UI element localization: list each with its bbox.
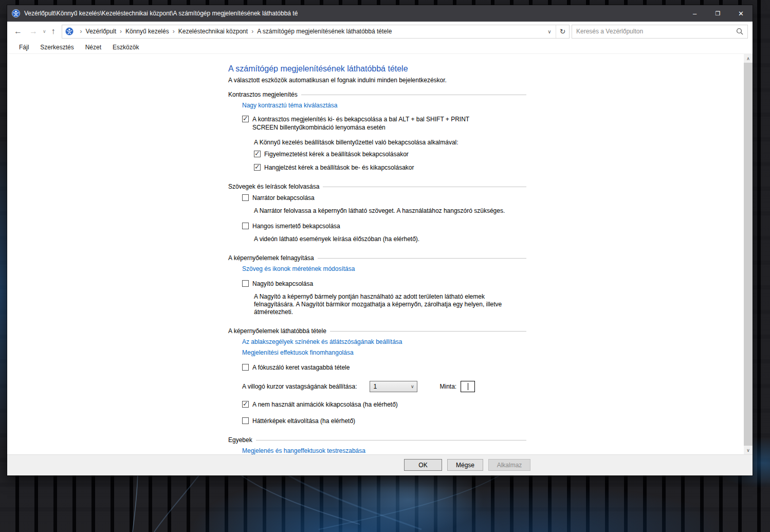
section-divider [318, 258, 526, 259]
breadcrumb-current-page[interactable]: A számítógép megjelenítésének láthatóbbá… [257, 28, 392, 35]
up-icon[interactable]: ↑ [48, 27, 59, 36]
checkbox-row-toggle-high-contrast[interactable]: A kontrasztos megjelenítés ki- és bekapc… [242, 115, 526, 132]
checkbox-label: Nagyító bekapcsolása [252, 280, 313, 288]
checkbox-narrator[interactable] [242, 194, 249, 201]
section-title: Szövegek és leírások felolvasása [228, 183, 319, 190]
minimize-button[interactable]: – [683, 5, 706, 22]
address-bar-controls: ∨ ↻ [543, 25, 569, 38]
section-visibility: A képernyőelemek láthatóbbá tétele Az ab… [228, 327, 526, 425]
forward-icon[interactable]: → [26, 27, 41, 36]
maximize-icon: ❐ [716, 10, 721, 17]
page-subtitle: A választott eszközök automatikusan el f… [228, 77, 526, 84]
link-personalize-appearance-sound[interactable]: Megjelenés és hangeffektusok testreszabá… [242, 447, 526, 454]
cursor-sample-caret [468, 383, 468, 390]
checkbox-row-magnifier[interactable]: Nagyító bekapcsolása [242, 280, 526, 288]
link-high-contrast-theme[interactable]: Nagy kontrasztú téma kiválasztása [242, 102, 526, 109]
section-divider [323, 187, 526, 187]
vertical-scrollbar[interactable]: ∧ ∨ [744, 54, 753, 454]
checkbox-row-sound[interactable]: Hangjelzést kérek a beállítások be- és k… [254, 163, 526, 172]
narrator-description: A Narrátor felolvassa a képernyőn láthat… [254, 207, 526, 215]
breadcrumb-separator: › [77, 28, 86, 35]
breadcrumb-ease-of-access[interactable]: Könnyű kezelés [125, 28, 169, 35]
checkbox-row-remove-backgrounds[interactable]: Háttérképek eltávolítása (ha elérhető) [242, 417, 526, 425]
link-text-icon-size[interactable]: Szöveg és ikonok méretének módosítása [242, 265, 526, 272]
scrollbar-thumb[interactable] [744, 63, 753, 446]
menu-file[interactable]: Fájl [13, 44, 34, 51]
settings-page: A számítógép megjelenítésének láthatóbbá… [228, 54, 526, 454]
scroll-up-icon[interactable]: ∧ [744, 54, 753, 63]
breadcrumb-separator: › [169, 28, 178, 35]
checkbox-label: Figyelmeztetést kérek a beállítások beka… [264, 150, 409, 158]
cancel-button[interactable]: Mégse [447, 459, 483, 471]
section-divider [330, 331, 526, 332]
checkbox-row-audio-description[interactable]: Hangos ismertető bekapcsolása [242, 222, 526, 230]
breadcrumb-separator: › [116, 28, 125, 35]
link-display-effects[interactable]: Megjelenítési effektusok finomhangolása [242, 349, 526, 356]
page-title: A számítógép megjelenítésének láthatóbbá… [228, 64, 526, 74]
content-area: ∧ ∨ A számítógép megjelenítésének láthat… [7, 54, 753, 454]
address-bar[interactable]: › Vezérlőpult › Könnyű kezelés › Kezelés… [62, 25, 570, 39]
checkbox-label: A kontrasztos megjelenítés ki- és bekapc… [252, 115, 485, 132]
menu-tools[interactable]: Eszközök [107, 44, 144, 51]
section-header: A képernyőelemek láthatóbbá tétele [228, 327, 526, 335]
checkbox-magnifier[interactable] [242, 280, 249, 287]
checkbox-remove-backgrounds[interactable] [242, 417, 249, 424]
apply-button[interactable]: Alkalmaz [488, 459, 530, 471]
section-contrast: Kontrasztos megjelenítés Nagy kontrasztú… [228, 91, 526, 172]
cursor-thickness-select[interactable]: 1 ∨ [370, 381, 417, 392]
menu-bar: Fájl Szerkesztés Nézet Eszközök [7, 41, 753, 54]
checkbox-row-disable-animations[interactable]: A nem használt animációk kikapcsolása (h… [242, 400, 526, 409]
search-input[interactable] [576, 28, 736, 35]
checkbox-sound[interactable] [254, 164, 261, 171]
section-title: Egyebek [228, 436, 252, 444]
address-dropdown-icon[interactable]: ∨ [543, 29, 556, 34]
close-icon: ✕ [738, 10, 744, 17]
section-other: Egyebek Megjelenés és hangeffektusok tes… [228, 436, 526, 454]
cursor-thickness-label: A villogó kurzor vastagságának beállítás… [242, 383, 357, 390]
maximize-button[interactable]: ❐ [706, 5, 729, 22]
section-header: Egyebek [228, 436, 526, 444]
section-header: A képernyőelemek felnagyítása [228, 254, 526, 262]
scroll-down-icon[interactable]: ∨ [744, 446, 753, 454]
checkbox-audio-description[interactable] [242, 223, 249, 229]
back-icon[interactable]: ← [10, 27, 26, 36]
ease-of-access-icon [65, 27, 74, 35]
search-box [572, 25, 748, 39]
checkbox-toggle-high-contrast[interactable] [242, 116, 249, 122]
recent-pages-chevron-icon[interactable]: ∨ [41, 29, 48, 34]
breadcrumb-ease-of-access-center[interactable]: Kezeléstechnikai központ [178, 28, 248, 35]
chevron-down-icon: ∨ [411, 384, 414, 389]
cursor-thickness-value: 1 [373, 383, 410, 390]
section-divider [301, 95, 526, 95]
checkbox-label: Hangos ismertető bekapcsolása [252, 222, 340, 230]
checkbox-focus-rectangle[interactable] [242, 364, 249, 371]
checkbox-label: A fókuszáló keret vastagabbá tétele [252, 363, 350, 372]
footer-buttons: OK Mégse Alkalmaz [404, 459, 530, 471]
link-window-border-color[interactable]: Az ablakszegélyek színének és átlátszósá… [242, 338, 526, 345]
search-icon[interactable] [736, 28, 743, 35]
menu-view[interactable]: Nézet [80, 44, 107, 51]
desktop-background: Vezérlőpult\Könnyű kezelés\Kezeléstechni… [0, 0, 770, 532]
cursor-sample-box [461, 381, 475, 392]
section-title: A képernyőelemek felnagyítása [228, 254, 314, 262]
checkbox-warning[interactable] [254, 151, 261, 157]
checkbox-label: A nem használt animációk kikapcsolása (h… [252, 400, 398, 409]
minimize-icon: – [693, 10, 696, 17]
close-button[interactable]: ✕ [729, 5, 753, 22]
checkbox-disable-animations[interactable] [242, 401, 249, 408]
refresh-icon[interactable]: ↻ [556, 25, 569, 38]
checkbox-row-warning[interactable]: Figyelmeztetést kérek a beállítások beka… [254, 150, 526, 158]
checkbox-label: Narrátor bekapcsolása [252, 194, 315, 202]
breadcrumb-control-panel[interactable]: Vezérlőpult [86, 28, 116, 35]
audio-description-description: A videón látható események leírása élősz… [254, 235, 526, 243]
checkbox-row-narrator[interactable]: Narrátor bekapcsolása [242, 194, 526, 202]
navigation-toolbar: ← → ∨ ↑ › Vezérlőpult › Könnyű kezelés ›… [7, 22, 753, 41]
checkbox-label: Háttérképek eltávolítása (ha elérhető) [252, 417, 355, 425]
section-header: Kontrasztos megjelenítés [228, 91, 526, 98]
window-title: Vezérlőpult\Könnyű kezelés\Kezeléstechni… [24, 10, 298, 17]
menu-edit[interactable]: Szerkesztés [34, 44, 79, 51]
checkbox-row-focus-rectangle[interactable]: A fókuszáló keret vastagabbá tétele [242, 363, 526, 372]
titlebar[interactable]: Vezérlőpult\Könnyű kezelés\Kezeléstechni… [7, 5, 753, 22]
ok-button[interactable]: OK [404, 459, 442, 471]
section-divider [256, 440, 526, 441]
